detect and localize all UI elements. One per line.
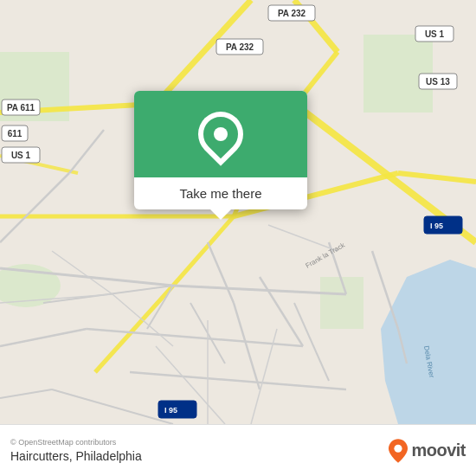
svg-text:US 1: US 1	[11, 151, 31, 160]
bottom-left-section: © OpenStreetMap contributors Haircutters…	[10, 438, 142, 463]
svg-text:US 13: US 13	[426, 77, 450, 87]
moovit-wordmark: moovit	[411, 441, 466, 460]
location-popup[interactable]: Take me there	[134, 91, 307, 209]
svg-text:I 95: I 95	[430, 222, 443, 230]
svg-text:US 1: US 1	[425, 29, 445, 39]
svg-text:PA 232: PA 232	[278, 9, 306, 18]
take-me-there-button[interactable]: Take me there	[134, 177, 307, 209]
svg-text:PA 232: PA 232	[226, 42, 254, 52]
svg-text:PA 611: PA 611	[7, 103, 35, 113]
copyright-text: © OpenStreetMap contributors	[10, 438, 142, 447]
bottom-bar: © OpenStreetMap contributors Haircutters…	[0, 424, 476, 476]
svg-text:I 95: I 95	[164, 406, 177, 415]
svg-text:611: 611	[8, 129, 23, 138]
map-container: PA 232 PA 232 US 1 US 13 US 1 PA 611 611…	[0, 0, 476, 424]
map-pin-icon	[192, 106, 248, 162]
popup-header	[134, 91, 307, 177]
location-label: Haircutters, Philadelphia	[10, 449, 142, 463]
map-background: PA 232 PA 232 US 1 US 13 US 1 PA 611 611…	[0, 0, 476, 424]
moovit-pin-icon	[389, 439, 408, 463]
moovit-logo: moovit	[389, 439, 466, 463]
svg-point-64	[395, 444, 402, 452]
svg-rect-4	[320, 277, 363, 329]
